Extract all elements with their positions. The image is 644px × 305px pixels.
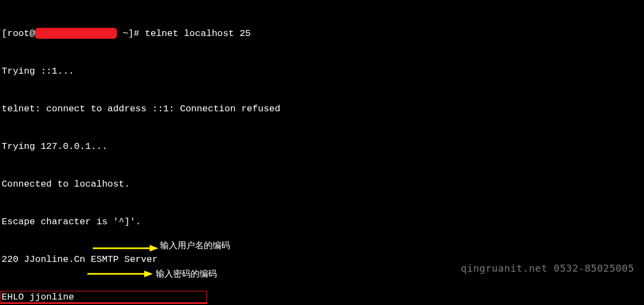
line-connected: Connected to localhost. bbox=[2, 178, 280, 190]
line-escape: Escape character is '^]'. bbox=[2, 216, 280, 228]
annotation-username: 输入用户名的编码 bbox=[160, 239, 230, 252]
prompt-user: [root@ bbox=[2, 28, 35, 39]
line-banner: 220 JJonline.Cn ESMTP Server bbox=[2, 253, 280, 266]
line-ehlo: EHLO jjonline bbox=[2, 291, 280, 303]
prompt-line: [root@ ~]# telnet localhost 25 bbox=[2, 27, 280, 40]
line-trying1: Trying ::1... bbox=[2, 65, 280, 77]
annotation-password: 输入密码的编码 bbox=[156, 267, 217, 280]
prompt-suffix: ~]# bbox=[117, 28, 145, 39]
line-trying2: Trying 127.0.0.1... bbox=[2, 140, 280, 153]
terminal-output[interactable]: [root@ ~]# telnet localhost 25 Trying ::… bbox=[2, 2, 280, 305]
line-refused: telnet: connect to address ::1: Connecti… bbox=[2, 103, 280, 115]
command-text: telnet localhost 25 bbox=[145, 28, 251, 39]
redact-hostname bbox=[35, 28, 117, 39]
watermark-text: qingruanit.net 0532-85025005 bbox=[461, 262, 634, 274]
